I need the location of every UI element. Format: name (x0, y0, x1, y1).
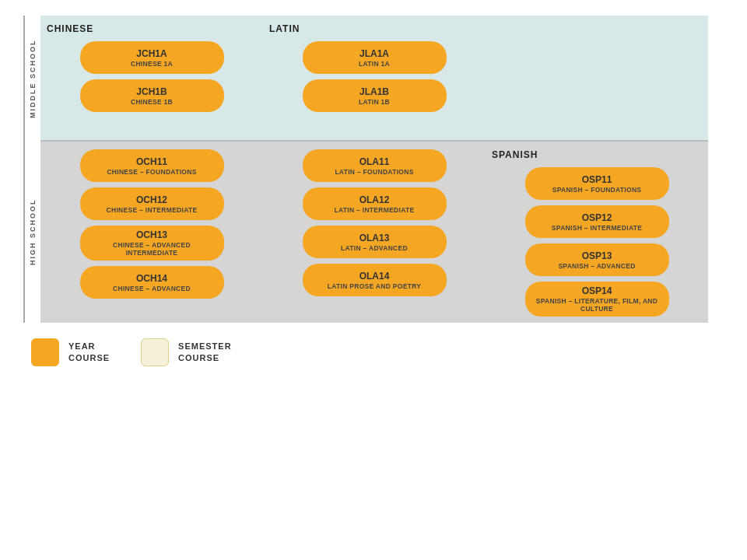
jla1b-code: JLA1B (359, 86, 389, 97)
ola14-code: OLA14 (359, 271, 390, 282)
middle-school-label: MIDDLE SCHOOL (23, 16, 40, 142)
ola11-code: OLA11 (359, 156, 390, 167)
main-container: MIDDLE SCHOOL HIGH SCHOOL CHINESE JCH1A … (0, 0, 747, 390)
och14-code: OCH14 (136, 273, 167, 284)
high-school-section: OCH11 CHINESE – FOUNDATIONS OCH12 CHINES… (40, 142, 708, 323)
semester-legend-label: SEMESTERCOURSE (178, 341, 232, 365)
latin-ms-col: LATIN JLA1A LATIN 1A JLA1B LATIN 1B (263, 16, 486, 140)
och13-name: CHINESE – ADVANCED INTERMEDIATE (88, 241, 216, 257)
osp11-pill: OSP11 SPANISH – FOUNDATIONS (525, 167, 669, 200)
osp13-code: OSP13 (582, 250, 612, 261)
latin-title: LATIN (269, 23, 300, 34)
och14-pill: OCH14 CHINESE – ADVANCED (80, 266, 224, 299)
ola12-name: LATIN – INTERMEDIATE (335, 206, 415, 214)
och13-pill: OCH13 CHINESE – ADVANCED INTERMEDIATE (80, 226, 224, 261)
ola14-name: LATIN PROSE AND POETRY (328, 282, 422, 290)
chinese-hs-col: OCH11 CHINESE – FOUNDATIONS OCH12 CHINES… (40, 142, 263, 323)
latin-hs-col: OLA11 LATIN – FOUNDATIONS OLA12 LATIN – … (263, 142, 486, 323)
osp11-code: OSP11 (582, 174, 612, 185)
jla1b-name: LATIN 1B (359, 98, 390, 106)
jch1b-pill: JCH1B CHINESE 1B (80, 79, 224, 112)
ola11-name: LATIN – FOUNDATIONS (335, 168, 413, 176)
osp13-name: SPANISH – ADVANCED (558, 262, 635, 270)
och12-name: CHINESE – INTERMEDIATE (107, 206, 198, 214)
och12-code: OCH12 (136, 194, 167, 205)
ola12-pill: OLA12 LATIN – INTERMEDIATE (303, 187, 447, 220)
ola11-pill: OLA11 LATIN – FOUNDATIONS (303, 149, 447, 182)
chart: MIDDLE SCHOOL HIGH SCHOOL CHINESE JCH1A … (23, 16, 708, 323)
chart-body: CHINESE JCH1A CHINESE 1A JCH1B CHINESE 1… (40, 16, 708, 323)
osp14-code: OSP14 (582, 285, 612, 296)
year-legend-box (31, 338, 59, 366)
jla1a-pill: JLA1A LATIN 1A (303, 41, 447, 74)
och12-pill: OCH12 CHINESE – INTERMEDIATE (80, 187, 224, 220)
ola13-code: OLA13 (359, 233, 390, 243)
osp14-name: SPANISH – LITERATURE, FILM, AND CULTURE (533, 297, 661, 313)
chinese-title: CHINESE (47, 23, 93, 34)
spanish-ms-col (486, 16, 708, 140)
year-legend-label: YEARCOURSE (68, 341, 110, 365)
spanish-hs-col: SPANISH OSP11 SPANISH – FOUNDATIONS OSP1… (486, 142, 708, 323)
jla1a-code: JLA1A (359, 48, 389, 59)
jch1a-pill: JCH1A CHINESE 1A (80, 41, 224, 74)
jla1b-pill: JLA1B LATIN 1B (303, 79, 447, 112)
semester-legend-item: SEMESTERCOURSE (141, 338, 232, 366)
och11-pill: OCH11 CHINESE – FOUNDATIONS (80, 149, 224, 182)
osp12-name: SPANISH – INTERMEDIATE (552, 224, 642, 232)
chinese-ms-col: CHINESE JCH1A CHINESE 1A JCH1B CHINESE 1… (40, 16, 263, 140)
high-school-label: HIGH SCHOOL (23, 142, 40, 323)
jch1b-code: JCH1B (136, 86, 167, 97)
ola14-pill: OLA14 LATIN PROSE AND POETRY (303, 264, 447, 296)
osp11-name: SPANISH – FOUNDATIONS (552, 186, 642, 194)
jch1a-code: JCH1A (136, 48, 167, 59)
och11-code: OCH11 (136, 156, 167, 167)
ola13-name: LATIN – ADVANCED (341, 244, 408, 252)
osp12-pill: OSP12 SPANISH – INTERMEDIATE (525, 205, 669, 238)
osp13-pill: OSP13 SPANISH – ADVANCED (525, 243, 669, 276)
ola12-code: OLA12 (359, 194, 390, 205)
side-labels: MIDDLE SCHOOL HIGH SCHOOL (23, 16, 40, 323)
jla1a-name: LATIN 1A (359, 60, 390, 68)
och13-code: OCH13 (136, 229, 167, 240)
middle-school-section: CHINESE JCH1A CHINESE 1A JCH1B CHINESE 1… (40, 16, 708, 142)
year-legend-item: YEARCOURSE (31, 338, 110, 366)
ola13-pill: OLA13 LATIN – ADVANCED (303, 226, 447, 258)
legend: YEARCOURSE SEMESTERCOURSE (23, 323, 724, 374)
och14-name: CHINESE – ADVANCED (113, 285, 191, 292)
och11-name: CHINESE – FOUNDATIONS (107, 168, 196, 176)
spanish-title: SPANISH (492, 149, 538, 160)
osp12-code: OSP12 (582, 212, 612, 223)
jch1a-name: CHINESE 1A (131, 60, 173, 68)
osp14-pill: OSP14 SPANISH – LITERATURE, FILM, AND CU… (525, 282, 669, 317)
semester-legend-box (141, 338, 169, 366)
jch1b-name: CHINESE 1B (131, 98, 173, 106)
